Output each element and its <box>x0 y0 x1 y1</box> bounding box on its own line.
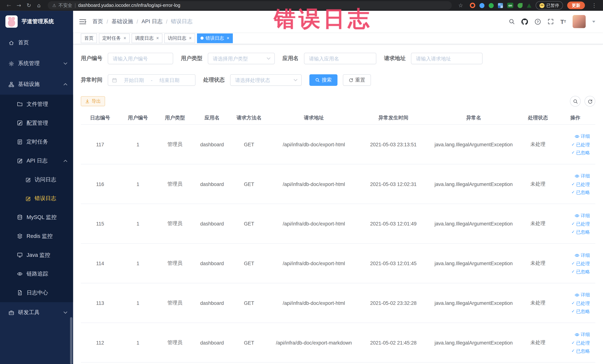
chevron-up-icon <box>64 83 68 85</box>
cell-user-id: 1 <box>119 244 156 283</box>
close-icon[interactable]: × <box>227 35 230 41</box>
detail-link[interactable]: 详细 <box>574 332 590 337</box>
mark-processed-link[interactable]: ✓ 已处理 <box>571 341 590 345</box>
exception-time-label: 异常时间 <box>81 77 102 83</box>
mark-processed-link[interactable]: ✓ 已处理 <box>571 301 590 305</box>
breadcrumb-item-home[interactable]: 首页 <box>92 18 103 25</box>
cell-user-type: 管理员 <box>156 204 194 243</box>
app-logo[interactable]: 芋道管理系统 <box>0 11 73 32</box>
mark-processed-link[interactable]: ✓ 已处理 <box>571 222 590 226</box>
avatar[interactable] <box>573 15 586 28</box>
sidebar-item-api-log[interactable]: API 日志 <box>0 151 73 170</box>
sidebar-item-java-monitor[interactable]: Java 监控 <box>0 246 73 264</box>
mark-ignored-link[interactable]: ✓ 已忽略 <box>571 309 590 314</box>
cell-user-id: 1 <box>119 283 156 323</box>
browser-home-icon[interactable]: ⌂ <box>34 2 44 8</box>
mark-processed-link[interactable]: ✓ 已处理 <box>571 142 590 147</box>
sidebar-item-redis-monitor[interactable]: Redis 监控 <box>0 227 73 246</box>
search-toggle-button[interactable] <box>570 96 580 107</box>
cell-exception-name: java.lang.IllegalArgumentException <box>427 204 521 243</box>
search-icon[interactable] <box>509 19 515 25</box>
cell-actions: 详细 ✓ 已处理 ✓ 已忽略 <box>555 164 595 204</box>
detail-link[interactable]: 详细 <box>574 253 590 258</box>
breadcrumb-item-infrastructure[interactable]: 基础设施 <box>112 18 133 25</box>
tab-home[interactable]: 首页 <box>81 33 97 43</box>
col-status: 处理状态 <box>521 111 555 124</box>
mark-processed-link[interactable]: ✓ 已处理 <box>571 182 590 187</box>
forward-icon[interactable]: → <box>14 2 24 8</box>
address-bar[interactable]: ⚠ 不安全 | dashboard.yudao.iocoder.cn/infra… <box>48 1 452 10</box>
sidebar-item-link-trace[interactable]: 链路追踪 <box>0 264 73 283</box>
sidebar-item-home[interactable]: 首页 <box>0 32 73 53</box>
mark-ignored-link[interactable]: ✓ 已忽略 <box>571 150 590 155</box>
breadcrumb-separator: / <box>166 19 167 25</box>
detail-link[interactable]: 详细 <box>574 173 590 178</box>
export-button[interactable]: 导出 <box>81 96 105 106</box>
sidebar-scrollbar[interactable] <box>70 317 72 364</box>
extension-icon-blue-grid[interactable] <box>498 3 503 8</box>
breadcrumb-item-api-log[interactable]: API 日志 <box>141 18 162 25</box>
user-id-input[interactable] <box>108 53 173 64</box>
mark-ignored-link[interactable]: ✓ 已忽略 <box>571 269 590 274</box>
extension-icon-blue-drop[interactable] <box>480 3 485 8</box>
back-icon[interactable]: ← <box>4 2 14 8</box>
table-row: 112 1 管理员 dashboard GET /api/infra/db-do… <box>81 323 595 363</box>
check-icon: ✓ <box>571 341 575 345</box>
mark-processed-link[interactable]: ✓ 已处理 <box>571 261 590 266</box>
app-name-input[interactable] <box>304 53 376 64</box>
calendar-icon <box>112 78 117 82</box>
refresh-button[interactable] <box>584 96 595 107</box>
check-icon: ✓ <box>571 151 575 155</box>
sidebar-item-access-log[interactable]: 访问日志 <box>0 170 73 189</box>
process-status-select[interactable] <box>230 74 302 86</box>
tab-schedule-log[interactable]: 调度日志× <box>132 33 162 43</box>
sidebar-item-system[interactable]: 系统管理 <box>0 53 73 74</box>
detail-link[interactable]: 详细 <box>574 134 590 139</box>
sidebar-item-scheduled-tasks[interactable]: 定时任务 <box>0 132 73 151</box>
close-icon[interactable]: × <box>123 35 126 41</box>
mark-ignored-link[interactable]: ✓ 已忽略 <box>571 230 590 234</box>
extension-icon-orange-ring[interactable] <box>470 3 475 8</box>
browser-menu-icon[interactable]: ⋮ <box>589 2 599 8</box>
avatar-caret-down-icon[interactable] <box>592 21 595 23</box>
fullscreen-icon[interactable] <box>548 19 554 25</box>
date-range-input[interactable]: - <box>108 74 195 86</box>
request-url-label: 请求地址 <box>384 55 406 62</box>
extension-icon-pine-tree[interactable] <box>527 3 532 8</box>
sidebar-item-file-management[interactable]: 文件管理 <box>0 95 73 114</box>
request-url-input[interactable] <box>411 53 483 64</box>
cell-method: GET <box>231 204 268 243</box>
sidebar-item-error-log[interactable]: 错误日志 <box>0 189 73 208</box>
font-size-icon[interactable]: TT <box>560 19 566 24</box>
sidebar-item-devtools[interactable]: 研发工具 <box>0 302 73 323</box>
user-type-select[interactable] <box>208 53 275 64</box>
col-request-url: 请求地址 <box>267 111 360 124</box>
sidebar-item-infrastructure[interactable]: 基础设施 <box>0 74 73 95</box>
close-icon[interactable]: × <box>189 35 192 41</box>
sidebar-item-config-management[interactable]: 配置管理 <box>0 114 73 132</box>
tab-scheduled-tasks[interactable]: 定时任务× <box>99 33 130 43</box>
sidebar-item-mysql-monitor[interactable]: MySQL 监控 <box>0 208 73 227</box>
bookmark-star-icon[interactable]: ☆ <box>456 2 466 8</box>
github-icon[interactable] <box>522 18 528 25</box>
sidebar-item-log-center[interactable]: 日志中心 <box>0 283 73 302</box>
tab-error-log[interactable]: 错误日志× <box>197 33 233 43</box>
extension-icon-proxy-on[interactable]: on <box>507 3 513 8</box>
close-icon[interactable]: × <box>156 35 159 41</box>
search-button[interactable]: 搜索 <box>309 74 337 86</box>
paused-badge[interactable]: 已暂停 <box>536 1 563 10</box>
update-button[interactable]: 更新 <box>567 1 585 9</box>
mark-ignored-link[interactable]: ✓ 已忽略 <box>571 349 590 353</box>
hamburger-icon[interactable] <box>79 19 86 24</box>
extension-icon-green-leaf[interactable] <box>518 3 522 8</box>
reload-icon[interactable]: ↻ <box>24 2 34 8</box>
detail-link[interactable]: 详细 <box>574 293 590 297</box>
extension-icon-green-circle[interactable] <box>489 3 494 8</box>
col-log-id: 日志编号 <box>81 111 119 124</box>
tab-access-log[interactable]: 访问日志× <box>164 33 195 43</box>
mark-ignored-link[interactable]: ✓ 已忽略 <box>571 190 590 195</box>
help-icon[interactable]: ? <box>534 18 541 25</box>
detail-link[interactable]: 详细 <box>574 213 590 218</box>
edit-doc-icon <box>17 158 23 164</box>
reset-button[interactable]: 重置 <box>343 74 371 86</box>
